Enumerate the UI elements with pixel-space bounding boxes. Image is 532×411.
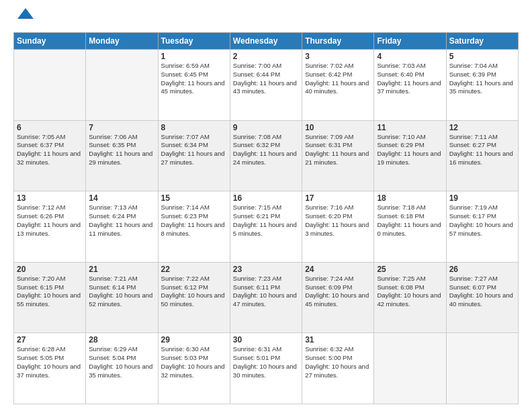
calendar-cell: 19Sunrise: 7:19 AMSunset: 6:17 PMDayligh… — [446, 191, 518, 263]
day-info: Sunrise: 7:14 AMSunset: 6:23 PMDaylight:… — [161, 203, 227, 238]
col-header-monday: Monday — [86, 33, 158, 50]
day-number: 8 — [161, 123, 227, 132]
day-info: Sunrise: 7:21 AMSunset: 6:14 PMDaylight:… — [89, 275, 154, 309]
calendar-cell: 14Sunrise: 7:13 AMSunset: 6:24 PMDayligh… — [86, 191, 158, 263]
day-info: Sunrise: 7:03 AMSunset: 6:40 PMDaylight:… — [377, 62, 443, 96]
day-number: 22 — [161, 265, 227, 274]
calendar-cell: 15Sunrise: 7:14 AMSunset: 6:23 PMDayligh… — [158, 191, 230, 263]
calendar-week-5: 27Sunrise: 6:28 AMSunset: 5:05 PMDayligh… — [14, 333, 519, 404]
calendar-cell: 24Sunrise: 7:24 AMSunset: 6:09 PMDayligh… — [302, 262, 374, 333]
day-number: 1 — [161, 52, 227, 61]
day-number: 6 — [17, 123, 83, 132]
day-number: 13 — [17, 193, 83, 203]
day-info: Sunrise: 6:59 AMSunset: 6:45 PMDaylight:… — [161, 62, 227, 96]
day-number: 16 — [233, 193, 299, 203]
day-number: 21 — [89, 265, 154, 274]
calendar-cell: 28Sunrise: 6:29 AMSunset: 5:04 PMDayligh… — [86, 333, 158, 404]
calendar-week-2: 6Sunrise: 7:05 AMSunset: 6:37 PMDaylight… — [14, 120, 519, 191]
calendar-cell: 1Sunrise: 6:59 AMSunset: 6:45 PMDaylight… — [158, 50, 230, 121]
day-info: Sunrise: 6:32 AMSunset: 5:00 PMDaylight:… — [305, 345, 371, 379]
day-number: 30 — [233, 335, 299, 345]
calendar-cell: 10Sunrise: 7:09 AMSunset: 6:31 PMDayligh… — [302, 120, 374, 191]
day-info: Sunrise: 7:05 AMSunset: 6:37 PMDaylight:… — [17, 133, 83, 167]
calendar-cell: 20Sunrise: 7:20 AMSunset: 6:15 PMDayligh… — [14, 262, 86, 333]
calendar-cell — [446, 333, 518, 404]
page: SundayMondayTuesdayWednesdayThursdayFrid… — [0, 0, 532, 411]
calendar-cell: 26Sunrise: 7:27 AMSunset: 6:07 PMDayligh… — [446, 262, 518, 333]
day-info: Sunrise: 7:02 AMSunset: 6:42 PMDaylight:… — [305, 62, 371, 96]
calendar-table: SundayMondayTuesdayWednesdayThursdayFrid… — [13, 32, 519, 404]
day-number: 3 — [305, 52, 371, 61]
day-number: 15 — [161, 193, 227, 203]
day-info: Sunrise: 7:04 AMSunset: 6:39 PMDaylight:… — [449, 62, 515, 96]
day-info: Sunrise: 7:00 AMSunset: 6:44 PMDaylight:… — [233, 62, 299, 96]
day-number: 23 — [233, 265, 299, 274]
calendar-cell: 25Sunrise: 7:25 AMSunset: 6:08 PMDayligh… — [374, 262, 446, 333]
calendar-cell: 6Sunrise: 7:05 AMSunset: 6:37 PMDaylight… — [14, 120, 86, 191]
calendar-cell: 18Sunrise: 7:18 AMSunset: 6:18 PMDayligh… — [374, 191, 446, 263]
calendar-week-4: 20Sunrise: 7:20 AMSunset: 6:15 PMDayligh… — [14, 262, 519, 333]
day-number: 27 — [17, 335, 83, 345]
day-info: Sunrise: 7:11 AMSunset: 6:27 PMDaylight:… — [449, 133, 515, 167]
calendar-cell: 3Sunrise: 7:02 AMSunset: 6:42 PMDaylight… — [302, 50, 374, 121]
day-info: Sunrise: 7:12 AMSunset: 6:26 PMDaylight:… — [17, 203, 83, 238]
calendar-cell: 5Sunrise: 7:04 AMSunset: 6:39 PMDaylight… — [446, 50, 518, 121]
day-number: 7 — [89, 123, 154, 132]
day-info: Sunrise: 7:18 AMSunset: 6:18 PMDaylight:… — [377, 203, 443, 238]
day-number: 20 — [17, 265, 83, 274]
day-info: Sunrise: 7:13 AMSunset: 6:24 PMDaylight:… — [89, 203, 154, 238]
day-number: 17 — [305, 193, 371, 203]
day-number: 5 — [449, 52, 515, 61]
logo-icon — [16, 5, 35, 27]
day-info: Sunrise: 7:20 AMSunset: 6:15 PMDaylight:… — [17, 275, 83, 309]
day-info: Sunrise: 7:07 AMSunset: 6:34 PMDaylight:… — [161, 133, 227, 167]
calendar-cell — [14, 50, 86, 121]
day-number: 29 — [161, 335, 227, 345]
day-number: 9 — [233, 123, 299, 132]
day-info: Sunrise: 6:31 AMSunset: 5:01 PMDaylight:… — [233, 345, 299, 379]
day-info: Sunrise: 7:27 AMSunset: 6:07 PMDaylight:… — [449, 275, 515, 309]
col-header-thursday: Thursday — [302, 33, 374, 50]
calendar-cell: 7Sunrise: 7:06 AMSunset: 6:35 PMDaylight… — [86, 120, 158, 191]
day-info: Sunrise: 7:09 AMSunset: 6:31 PMDaylight:… — [305, 133, 371, 167]
day-number: 11 — [377, 123, 443, 132]
calendar-cell: 2Sunrise: 7:00 AMSunset: 6:44 PMDaylight… — [230, 50, 302, 121]
day-info: Sunrise: 6:29 AMSunset: 5:04 PMDaylight:… — [89, 345, 154, 379]
header — [13, 11, 519, 27]
day-number: 4 — [377, 52, 443, 61]
calendar-cell: 12Sunrise: 7:11 AMSunset: 6:27 PMDayligh… — [446, 120, 518, 191]
calendar-cell: 31Sunrise: 6:32 AMSunset: 5:00 PMDayligh… — [302, 333, 374, 404]
calendar-cell: 11Sunrise: 7:10 AMSunset: 6:29 PMDayligh… — [374, 120, 446, 191]
day-number: 19 — [449, 193, 515, 203]
calendar-week-3: 13Sunrise: 7:12 AMSunset: 6:26 PMDayligh… — [14, 191, 519, 263]
calendar-cell: 29Sunrise: 6:30 AMSunset: 5:03 PMDayligh… — [158, 333, 230, 404]
calendar-cell: 22Sunrise: 7:22 AMSunset: 6:12 PMDayligh… — [158, 262, 230, 333]
col-header-friday: Friday — [374, 33, 446, 50]
col-header-tuesday: Tuesday — [158, 33, 230, 50]
day-number: 14 — [89, 193, 154, 203]
day-info: Sunrise: 7:15 AMSunset: 6:21 PMDaylight:… — [233, 203, 299, 238]
day-number: 12 — [449, 123, 515, 132]
day-info: Sunrise: 7:25 AMSunset: 6:08 PMDaylight:… — [377, 275, 443, 309]
day-info: Sunrise: 7:24 AMSunset: 6:09 PMDaylight:… — [305, 275, 371, 309]
header-row: SundayMondayTuesdayWednesdayThursdayFrid… — [14, 33, 519, 50]
svg-marker-0 — [17, 8, 34, 19]
day-info: Sunrise: 7:08 AMSunset: 6:32 PMDaylight:… — [233, 133, 299, 167]
day-info: Sunrise: 7:06 AMSunset: 6:35 PMDaylight:… — [89, 133, 154, 167]
day-info: Sunrise: 7:23 AMSunset: 6:11 PMDaylight:… — [233, 275, 299, 309]
day-number: 18 — [377, 193, 443, 203]
day-info: Sunrise: 6:28 AMSunset: 5:05 PMDaylight:… — [17, 345, 83, 379]
day-number: 31 — [305, 335, 371, 345]
day-number: 26 — [449, 265, 515, 274]
calendar-cell: 30Sunrise: 6:31 AMSunset: 5:01 PMDayligh… — [230, 333, 302, 404]
calendar-cell: 8Sunrise: 7:07 AMSunset: 6:34 PMDaylight… — [158, 120, 230, 191]
calendar-cell — [86, 50, 158, 121]
calendar-cell: 16Sunrise: 7:15 AMSunset: 6:21 PMDayligh… — [230, 191, 302, 263]
calendar-cell: 13Sunrise: 7:12 AMSunset: 6:26 PMDayligh… — [14, 191, 86, 263]
calendar-cell: 17Sunrise: 7:16 AMSunset: 6:20 PMDayligh… — [302, 191, 374, 263]
day-info: Sunrise: 7:19 AMSunset: 6:17 PMDaylight:… — [449, 203, 515, 238]
calendar-cell — [374, 333, 446, 404]
day-info: Sunrise: 6:30 AMSunset: 5:03 PMDaylight:… — [161, 345, 227, 379]
calendar-week-1: 1Sunrise: 6:59 AMSunset: 6:45 PMDaylight… — [14, 50, 519, 121]
calendar-cell: 9Sunrise: 7:08 AMSunset: 6:32 PMDaylight… — [230, 120, 302, 191]
